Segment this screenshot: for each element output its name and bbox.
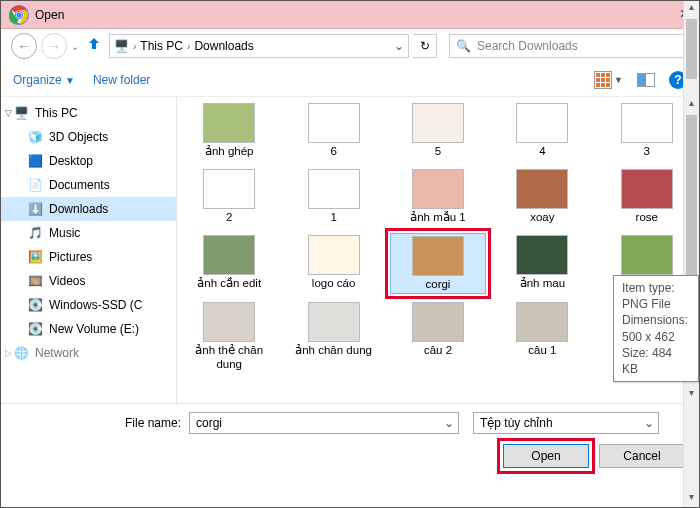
chevron-down-icon[interactable]: ⌄ — [444, 416, 454, 430]
nav-back-button[interactable]: ← — [11, 33, 37, 59]
sidebar-item[interactable]: 🧊3D Objects — [1, 125, 176, 149]
tooltip-line: Dimensions: 500 x 462 — [622, 312, 690, 344]
refresh-button[interactable]: ↻ — [413, 34, 437, 58]
sidebar-item[interactable]: 🟦Desktop — [1, 149, 176, 173]
tooltip-line: Item type: PNG File — [622, 280, 690, 312]
file-item[interactable]: ảnh cần edit — [181, 233, 277, 295]
sidebar-item[interactable]: 💽Windows-SSD (C — [1, 293, 176, 317]
nav-bar: ← → ⌄ 🖥️ › This PC › Downloads ⌄ ↻ 🔍 Sea… — [1, 29, 699, 63]
sidebar-item[interactable]: ⬇️Downloads — [1, 197, 176, 221]
filename-value: corgi — [196, 416, 222, 430]
sidebar-item-label: Videos — [49, 274, 85, 288]
file-thumbnail — [203, 169, 255, 209]
sidebar-item[interactable]: 🎵Music — [1, 221, 176, 245]
address-bar[interactable]: 🖥️ › This PC › Downloads ⌄ — [109, 34, 409, 58]
sidebar-item[interactable]: 🎞️Videos — [1, 269, 176, 293]
file-item[interactable]: ảnh thẻ chân dung — [181, 300, 277, 374]
toolbar: Organize ▼ New folder ▼ ? — [1, 63, 699, 97]
sidebar-item-label: 3D Objects — [49, 130, 108, 144]
folder-icon: 🖼️ — [27, 249, 43, 265]
file-item[interactable]: ảnh mau — [494, 233, 590, 295]
file-item[interactable]: ảnh ghép — [181, 101, 277, 161]
tooltip-line: Size: 484 KB — [622, 345, 690, 377]
file-label: 2 — [226, 211, 232, 225]
file-item[interactable]: xoay — [494, 167, 590, 227]
sidebar-item[interactable]: ▷🌐Network — [1, 341, 176, 365]
file-label: ảnh cần edit — [197, 277, 261, 291]
file-item[interactable]: 6 — [286, 101, 382, 161]
file-label: ảnh chân dung — [295, 344, 372, 358]
file-label: 6 — [330, 145, 336, 159]
window-title: Open — [35, 8, 64, 22]
sidebar-item[interactable]: 📄Documents — [1, 173, 176, 197]
sidebar: ▽🖥️This PC🧊3D Objects🟦Desktop📄Documents⬇… — [1, 97, 177, 403]
chevron-icon: › — [187, 41, 190, 52]
folder-icon: 💽 — [27, 321, 43, 337]
folder-icon: 🎵 — [27, 225, 43, 241]
chevron-icon: › — [133, 41, 136, 52]
file-item[interactable]: ảnh chân dung — [286, 300, 382, 374]
search-input[interactable]: 🔍 Search Downloads — [449, 34, 689, 58]
nav-up-button[interactable] — [83, 35, 105, 57]
filename-label: File name: — [15, 416, 181, 430]
sidebar-item[interactable]: 🖼️Pictures — [1, 245, 176, 269]
breadcrumb-segment[interactable]: This PC — [140, 39, 183, 53]
folder-icon: 🎞️ — [27, 273, 43, 289]
folder-icon: 💽 — [27, 297, 43, 313]
preview-pane-button[interactable] — [637, 73, 655, 87]
svg-point-4 — [17, 12, 22, 17]
folder-icon: 📄 — [27, 177, 43, 193]
recent-dropdown-icon[interactable]: ⌄ — [71, 41, 79, 52]
cancel-button[interactable]: Cancel — [599, 444, 685, 468]
file-item[interactable]: 3 — [599, 101, 695, 161]
pc-icon: 🖥️ — [114, 39, 129, 53]
expand-icon[interactable]: ▽ — [5, 108, 12, 118]
file-thumbnail — [308, 169, 360, 209]
file-item[interactable]: corgi — [390, 233, 486, 295]
file-item[interactable]: 4 — [494, 101, 590, 161]
file-item[interactable]: 2 — [181, 167, 277, 227]
sidebar-item[interactable]: 💽New Volume (E:) — [1, 317, 176, 341]
sidebar-item[interactable]: ▽🖥️This PC — [1, 101, 176, 125]
open-button-highlight: Open — [503, 444, 589, 468]
view-mode-button[interactable]: ▼ — [594, 71, 623, 89]
file-thumbnail — [308, 103, 360, 143]
folder-icon: 🟦 — [27, 153, 43, 169]
sidebar-item-label: Windows-SSD (C — [49, 298, 142, 312]
dialog-bottom: File name: corgi ⌄ Tệp tùy chỉnh ⌄ Open … — [1, 403, 699, 476]
file-pane[interactable]: ảnh ghép654321ảnh mẫu 1xoayroseảnh cần e… — [177, 97, 699, 403]
file-item[interactable]: logo cáo — [286, 233, 382, 295]
search-icon: 🔍 — [456, 39, 471, 53]
folder-icon: 🧊 — [27, 129, 43, 145]
filetype-filter[interactable]: Tệp tùy chỉnh ⌄ — [473, 412, 659, 434]
file-label: 4 — [539, 145, 545, 159]
file-thumbnail — [621, 169, 673, 209]
expand-icon[interactable]: ▷ — [5, 348, 12, 358]
file-thumbnail — [203, 302, 255, 342]
new-folder-button[interactable]: New folder — [93, 73, 150, 87]
file-label: ảnh mẫu 1 — [410, 211, 466, 225]
open-button[interactable]: Open — [503, 444, 589, 468]
file-thumbnail — [516, 302, 568, 342]
file-label: corgi — [426, 278, 451, 292]
file-label: rose — [636, 211, 658, 225]
organize-menu[interactable]: Organize ▼ — [13, 73, 75, 87]
address-dropdown-icon[interactable]: ⌄ — [394, 39, 404, 53]
filename-input[interactable]: corgi ⌄ — [189, 412, 459, 434]
titlebar: Open × — [1, 1, 699, 29]
file-item[interactable]: 5 — [390, 101, 486, 161]
file-item[interactable]: câu 1 — [494, 300, 590, 374]
file-thumbnail — [412, 302, 464, 342]
breadcrumb-segment[interactable]: Downloads — [194, 39, 253, 53]
file-item[interactable]: câu 2 — [390, 300, 486, 374]
folder-icon: ⬇️ — [27, 201, 43, 217]
file-label: câu 1 — [528, 344, 556, 358]
file-item[interactable]: 1 — [286, 167, 382, 227]
file-item[interactable]: ảnh mẫu 1 — [390, 167, 486, 227]
chevron-down-icon[interactable]: ⌄ — [644, 416, 654, 430]
file-thumbnail — [516, 235, 568, 275]
sidebar-item-label: Desktop — [49, 154, 93, 168]
file-label: 3 — [644, 145, 650, 159]
file-thumbnail — [203, 103, 255, 143]
file-item[interactable]: rose — [599, 167, 695, 227]
